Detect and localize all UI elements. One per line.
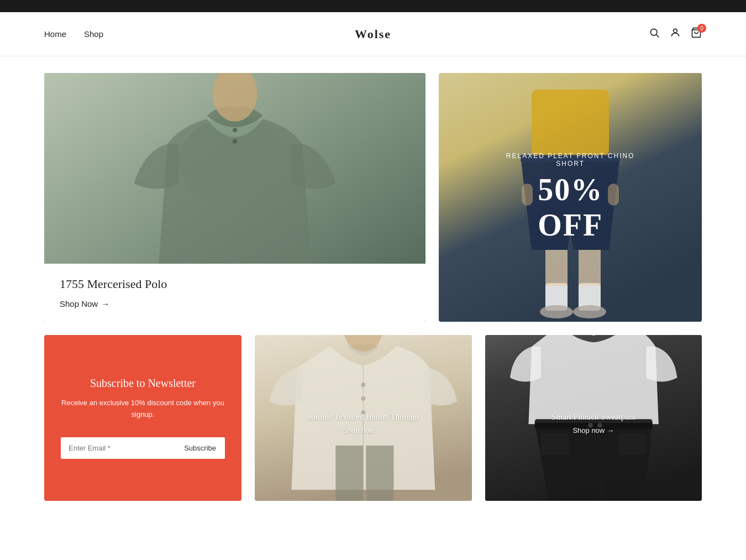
knitted-shop-now[interactable]: Shop now → <box>255 426 472 435</box>
svg-rect-14 <box>545 250 568 286</box>
pintuck-title: Smart Pintuck Sweatpant <box>485 412 702 422</box>
newsletter-title: Subscribe to Newsletter <box>90 377 196 390</box>
nav-shop[interactable]: Shop <box>84 29 103 39</box>
chino-card: RELAXED PLEAT FRONT CHINO SHORT 50% OFF <box>439 73 702 322</box>
chino-subtitle: RELAXED PLEAT FRONT CHINO SHORT <box>505 152 636 168</box>
main-nav: Home Shop <box>44 29 103 39</box>
svg-rect-10 <box>532 90 609 156</box>
polo-shop-now[interactable]: Shop Now → <box>60 299 410 308</box>
bottom-row: Subscribe to Newsletter Receive an exclu… <box>44 335 702 501</box>
knitted-overlay: Knitted Textured Button Through Shop now… <box>255 412 472 435</box>
polo-card: 1755 Mercerised Polo Shop Now → <box>44 73 425 322</box>
nav-home[interactable]: Home <box>44 29 66 39</box>
header: Home Shop Wolse 0 <box>0 12 746 56</box>
pintuck-card: Smart Pintuck Sweatpant Shop now → <box>485 335 702 501</box>
svg-rect-26 <box>366 446 393 501</box>
newsletter-description: Receive an exclusive 10% discount code w… <box>61 397 225 421</box>
svg-rect-15 <box>579 250 601 286</box>
svg-rect-33 <box>618 433 646 455</box>
polo-card-text: 1755 Mercerised Polo Shop Now → <box>44 264 425 322</box>
chino-overlay: RELAXED PLEAT FRONT CHINO SHORT 50% OFF <box>505 152 636 243</box>
search-icon[interactable] <box>649 27 660 41</box>
top-row: 1755 Mercerised Polo Shop Now → <box>44 73 702 322</box>
chino-discount: 50% OFF <box>505 172 636 243</box>
cart-badge: 0 <box>697 24 706 33</box>
newsletter-email-input[interactable] <box>61 437 175 459</box>
svg-point-2 <box>674 29 677 33</box>
logo[interactable]: Wolse <box>355 27 391 41</box>
svg-point-16 <box>540 305 573 318</box>
account-icon[interactable] <box>670 27 681 41</box>
svg-rect-32 <box>541 433 569 455</box>
knitted-title: Knitted Textured Button Through <box>255 412 472 422</box>
cart-icon[interactable]: 0 <box>691 27 702 41</box>
pintuck-shop-now[interactable]: Shop now → <box>485 426 702 435</box>
pintuck-overlay: Smart Pintuck Sweatpant Shop now → <box>485 412 702 435</box>
newsletter-form: Subscribe <box>61 437 225 459</box>
svg-point-7 <box>233 139 237 143</box>
header-icons: 0 <box>649 27 702 41</box>
svg-point-17 <box>573 305 606 318</box>
svg-point-6 <box>233 128 237 132</box>
knitted-card: Knitted Textured Button Through Shop now… <box>255 335 472 501</box>
announcement-bar <box>0 0 746 12</box>
svg-rect-25 <box>335 446 363 501</box>
newsletter-card: Subscribe to Newsletter Receive an exclu… <box>44 335 241 501</box>
polo-title: 1755 Mercerised Polo <box>60 277 410 291</box>
svg-point-0 <box>650 29 657 35</box>
svg-point-22 <box>361 383 365 387</box>
newsletter-subscribe-button[interactable]: Subscribe <box>175 437 225 459</box>
main-content: 1755 Mercerised Polo Shop Now → <box>0 56 746 517</box>
svg-line-1 <box>656 35 659 38</box>
svg-point-23 <box>361 396 365 401</box>
